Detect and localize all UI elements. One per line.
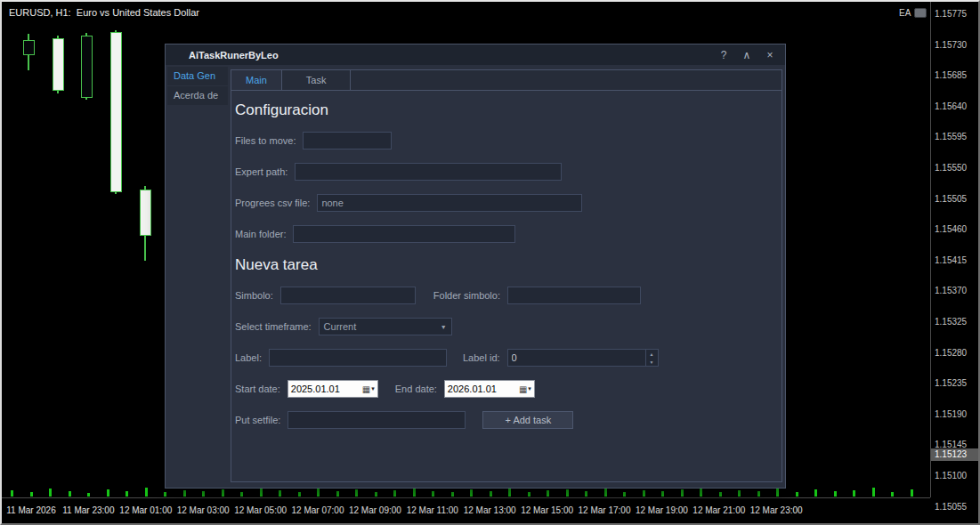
field-input[interactable] (295, 163, 562, 181)
volume-tick (413, 489, 416, 497)
price-tick-label: 1.15775 (935, 9, 967, 19)
close-icon[interactable]: × (764, 49, 776, 61)
price-tick-label: 1.15730 (935, 40, 967, 50)
collapse-icon[interactable]: ∧ (741, 49, 753, 61)
volume-tick (776, 489, 779, 497)
time-tick-label: 12 Mar 15:00 (521, 505, 573, 515)
put-setfile-input[interactable] (288, 411, 466, 429)
calendar-icon: ▦ (362, 384, 370, 394)
start-date-picker[interactable]: 2025.01.01 ▦ ▾ (288, 380, 378, 398)
field-input[interactable] (303, 132, 392, 149)
time-tick-label: 12 Mar 01:00 (119, 505, 172, 515)
sidebar-item-acerda-de[interactable]: Acerda de (167, 86, 228, 105)
timeframe-value: Current (324, 321, 357, 332)
time-tick-label: 12 Mar 07:00 (292, 505, 344, 515)
config-field-row: Expert path: (235, 163, 774, 181)
price-tick-label: 1.15055 (935, 502, 967, 512)
folder-simbolo-input[interactable] (507, 287, 641, 304)
volume-tick (11, 490, 13, 497)
simbolo-input[interactable] (280, 287, 416, 304)
setfile-row: Put setfile: + Add task (235, 411, 774, 429)
date-dropdown-icon[interactable]: ▾ (371, 385, 375, 392)
panel-content: Configuracion Files to move:Expert path:… (231, 91, 782, 429)
field-label: Progrees csv file: (235, 198, 310, 208)
volume-tick (279, 490, 281, 497)
main-panel: MainTask Configuracion Files to move:Exp… (231, 69, 782, 482)
price-tick-label: 1.15100 (935, 471, 967, 481)
add-task-button[interactable]: + Add task (482, 411, 573, 429)
field-label: Files to move: (235, 135, 296, 146)
help-icon[interactable]: ? (717, 49, 730, 61)
price-tick-label: 1.15190 (935, 409, 967, 419)
tab-task[interactable]: Task (282, 70, 352, 90)
label-input[interactable] (269, 349, 447, 367)
volume-tick (183, 490, 186, 497)
volume-tick (604, 489, 607, 497)
time-tick-label: 12 Mar 19:00 (636, 505, 688, 515)
label-id-input[interactable] (508, 350, 645, 366)
date-dropdown-icon[interactable]: ▾ (528, 385, 531, 392)
current-price-badge: 1.15123 (931, 448, 980, 461)
volume-tick (451, 492, 454, 497)
field-input[interactable] (317, 194, 582, 212)
time-tick-label: 11 Mar 2026 (6, 505, 55, 515)
sidebar-list: Data GenAcerda de (167, 67, 228, 106)
config-field-row: Main folder: (235, 225, 774, 243)
put-setfile-label: Put setfile: (235, 415, 280, 425)
volume-tick (911, 489, 913, 497)
time-tick-label: 12 Mar 03:00 (177, 505, 230, 515)
volume-tick (260, 489, 263, 497)
volume-tick (661, 491, 664, 497)
volume-tick (298, 492, 301, 497)
task-heading: Nueva tarea (235, 256, 774, 274)
start-date-value: 2025.01.01 (291, 384, 362, 394)
label-row: Label: Label id: ▲ ▼ (235, 349, 774, 367)
end-date-label: End date: (395, 384, 437, 394)
volume-tick (508, 488, 511, 497)
price-tick-label: 1.15595 (935, 132, 967, 141)
symbol-row: Simbolo: Folder simbolo: (235, 287, 774, 304)
spinner-up-icon[interactable]: ▲ (646, 350, 658, 358)
volume-tick (834, 491, 837, 497)
volume-tick (853, 490, 855, 497)
end-date-picker[interactable]: 2026.01.01 ▦ ▾ (444, 380, 535, 398)
volume-tick (566, 489, 569, 497)
sidebar-item-data-gen[interactable]: Data Gen (167, 67, 228, 85)
volume-tick (872, 488, 875, 497)
price-tick-label: 1.15505 (935, 194, 967, 204)
volume-tick (796, 492, 798, 497)
time-tick-label: 12 Mar 23:00 (750, 505, 803, 515)
price-tick-label: 1.15685 (935, 70, 967, 80)
price-tick-label: 1.15460 (935, 224, 967, 234)
volume-tick (202, 491, 205, 497)
time-tick-label: 12 Mar 17:00 (579, 505, 631, 515)
price-axis[interactable]: 1.157751.157301.156851.156401.155951.155… (931, 2, 980, 523)
price-tick-label: 1.15235 (935, 378, 967, 388)
tab-main[interactable]: Main (231, 70, 282, 90)
volume-tick (757, 491, 760, 497)
volume-tick (643, 490, 645, 497)
cfg-rows: Files to move:Expert path:Progrees csv f… (235, 132, 774, 243)
dialog-titlebar[interactable]: AiTaskRunerByLeo ? ∧ × (166, 44, 785, 65)
time-tick-label: 12 Mar 13:00 (464, 505, 516, 515)
label-label: Label: (235, 352, 262, 363)
volume-tick (891, 492, 894, 497)
config-field-row: Progrees csv file: (235, 194, 774, 212)
price-tick-label: 1.15415 (935, 255, 967, 265)
price-tick-label: 1.15640 (935, 101, 967, 111)
price-tick-label: 1.15325 (935, 317, 967, 327)
time-tick-label: 12 Mar 09:00 (349, 505, 401, 515)
spinner-down-icon[interactable]: ▼ (646, 358, 658, 366)
chevron-down-icon: ▼ (435, 324, 447, 330)
timeframe-select[interactable]: Current ▼ (319, 318, 452, 335)
volume-tick (355, 489, 358, 497)
config-heading: Configuracion (235, 101, 774, 119)
tabstrip: MainTask (231, 70, 782, 91)
volume-tick (393, 490, 396, 497)
field-input[interactable] (293, 225, 515, 243)
volume-tick (69, 491, 71, 497)
time-axis[interactable]: 11 Mar 202611 Mar 23:0012 Mar 01:0012 Ma… (2, 497, 930, 522)
label-id-label: Label id: (463, 352, 500, 363)
volume-tick (375, 492, 377, 497)
volume-tick (623, 492, 626, 497)
